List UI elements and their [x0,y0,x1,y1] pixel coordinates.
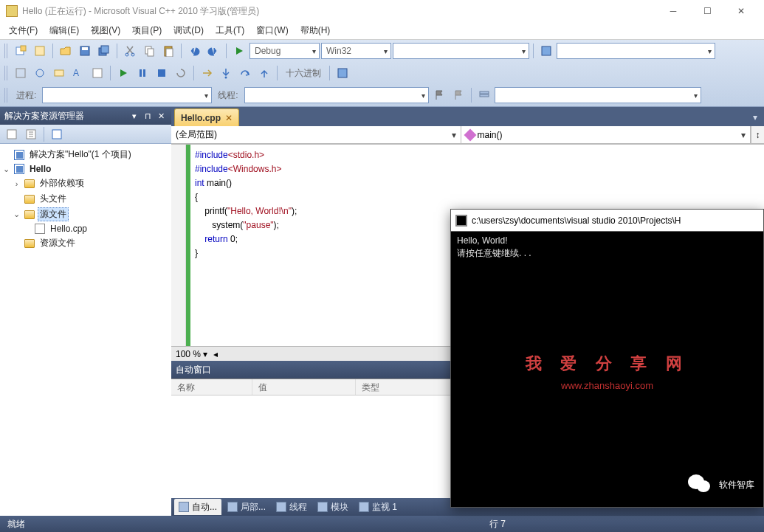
restart-button[interactable] [172,64,190,82]
solution-tree: 解决方案"Hello"(1 个项目) ⌄ Hello › 外部依赖项 头文件 ⌄… [0,144,171,516]
menu-tools[interactable]: 工具(T) [210,22,250,39]
tab-locals[interactable]: 局部... [223,499,270,515]
menu-edit[interactable]: 编辑(E) [44,22,85,39]
scroll-left-icon[interactable]: ◂ [213,349,218,359]
dropdown-icon[interactable]: ▾ [128,110,140,122]
toolbar-grip[interactable] [4,66,9,80]
menu-window[interactable]: 窗口(W) [250,22,294,39]
tree-project[interactable]: ⌄ Hello [1,162,170,176]
dbg-btn-1[interactable] [12,64,30,82]
console-title-text: c:\users\zsy\documents\visual studio 201… [472,215,681,226]
pause-button[interactable] [134,64,151,82]
flag-button[interactable] [430,86,448,104]
close-icon[interactable]: ✕ [155,110,167,122]
console-titlebar[interactable]: c:\users\zsy\documents\visual studio 201… [451,210,763,232]
save-button[interactable] [76,42,94,60]
svg-rect-1 [21,46,26,51]
tab-close-icon[interactable]: ✕ [225,113,233,123]
svg-rect-23 [338,69,347,77]
menu-help[interactable]: 帮助(H) [295,22,337,39]
undo-button[interactable] [185,42,203,60]
solution-toolbar [0,125,171,144]
step-over-button[interactable] [236,64,254,82]
add-item-button[interactable] [31,42,49,60]
windows-button[interactable] [334,64,351,82]
start-debug-button[interactable] [230,42,248,60]
close-button[interactable]: ✕ [724,0,758,22]
menu-view[interactable]: 视图(V) [85,22,126,39]
stackframe-combo[interactable] [495,87,701,103]
step-into-button[interactable] [217,64,235,82]
stop-button[interactable] [153,64,171,82]
tab-watch[interactable]: 监视 1 [354,499,402,515]
tree-file-hello[interactable]: Hello.cpp [1,222,170,235]
find-combo[interactable] [393,43,529,59]
tree-sources[interactable]: ⌄ 源文件 [1,207,170,222]
show-next-button[interactable] [198,64,216,82]
scope-combo[interactable]: (全局范围) [171,126,461,143]
menu-file[interactable]: 文件(F) [3,22,44,39]
zoom-combo[interactable]: 100 %▾ [176,349,207,359]
maximize-button[interactable]: ☐ [690,0,724,22]
properties-button[interactable] [3,125,21,143]
show-all-button[interactable] [22,125,40,143]
col-value[interactable]: 值 [252,379,356,395]
toolbar-process: 进程: 线程: [0,84,764,106]
pin-icon[interactable]: ⊓ [142,110,154,122]
minimize-button[interactable]: ─ [656,0,690,22]
dbg-btn-4[interactable]: A [69,64,87,82]
copy-button[interactable] [140,42,158,60]
hex-label: 十六进制 [281,67,326,80]
open-button[interactable] [57,42,75,60]
toolbar-grip[interactable] [4,88,9,103]
svg-point-22 [225,77,227,79]
new-project-button[interactable] [12,42,30,60]
dbg-btn-5[interactable] [89,64,106,82]
tab-dropdown-icon[interactable]: ▾ [746,108,764,126]
tree-external-deps[interactable]: › 外部依赖项 [1,176,170,191]
redo-button[interactable] [204,42,222,60]
continue-button[interactable] [114,64,132,82]
save-all-button[interactable] [95,42,113,60]
extra-combo[interactable] [557,43,715,59]
step-out-button[interactable] [255,64,273,82]
tab-modules[interactable]: 模块 [313,499,353,515]
nav-side-button[interactable]: ↕ [751,126,764,143]
stackframe-button[interactable] [475,86,493,104]
thread-combo[interactable] [244,87,429,103]
console-output-1: Hello, World! [457,235,757,247]
svg-rect-20 [143,69,145,77]
dbg-btn-2[interactable] [31,64,49,82]
outline-margin[interactable] [171,145,186,346]
menu-debug[interactable]: 调试(D) [168,22,210,39]
view-code-button[interactable] [48,125,66,143]
svg-rect-19 [140,69,142,77]
dbg-btn-3[interactable] [50,64,68,82]
platform-combo[interactable]: Win32 [321,43,391,59]
col-name[interactable]: 名称 [171,379,252,395]
menu-project[interactable]: 项目(P) [126,22,168,39]
toolbar-grip[interactable] [4,44,9,58]
autos-icon [179,502,189,512]
svg-rect-16 [55,70,63,76]
svg-rect-24 [480,91,489,94]
status-ready: 就绪 [7,518,25,531]
config-combo[interactable]: Debug [249,43,320,59]
flag-all-button[interactable] [450,86,467,104]
console-body[interactable]: Hello, World! 请按任意键继续. . . 我 爱 分 享 网 www… [451,232,763,507]
tree-resources[interactable]: 资源文件 [1,235,170,251]
console-window[interactable]: c:\users\zsy\documents\visual studio 201… [450,209,764,508]
tree-solution[interactable]: 解决方案"Hello"(1 个项目) [1,147,170,162]
method-combo[interactable]: main() [461,126,751,143]
tree-headers[interactable]: 头文件 [1,191,170,207]
app-icon [6,5,18,17]
menu-bar: 文件(F) 编辑(E) 视图(V) 项目(P) 调试(D) 工具(T) 窗口(W… [0,22,764,40]
svg-rect-14 [16,69,25,77]
paste-button[interactable] [159,42,177,60]
extensions-button[interactable] [537,42,555,60]
cut-button[interactable] [121,42,139,60]
tab-autos[interactable]: 自动... [174,499,221,515]
process-combo[interactable] [42,87,212,103]
tab-threads[interactable]: 线程 [272,499,312,515]
tab-hello-cpp[interactable]: Hello.cpp ✕ [174,108,239,126]
